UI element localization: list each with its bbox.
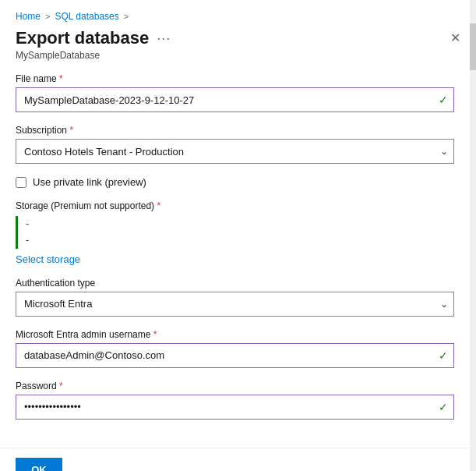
password-input-wrapper: ✓ <box>16 395 454 420</box>
auth-type-group: Authentication type ⌄ <box>16 278 454 317</box>
page-title: Export database <box>16 28 149 48</box>
password-input[interactable] <box>16 395 454 420</box>
breadcrumb-home[interactable]: Home <box>16 11 41 22</box>
header-left: Export database ··· <box>16 28 171 48</box>
form-content: File name * ✓ Subscription * ⌄ Use priva… <box>0 70 476 448</box>
header-row: Export database ··· ✕ <box>0 28 476 48</box>
auth-type-input-wrapper: ⌄ <box>16 292 454 317</box>
private-link-label: Use private link (preview) <box>33 176 146 188</box>
admin-username-input[interactable] <box>16 343 454 368</box>
admin-username-group: Microsoft Entra admin username * ✓ <box>16 329 454 368</box>
export-database-panel: Home > SQL databases > Export database ·… <box>0 0 476 471</box>
file-name-check-icon: ✓ <box>439 94 448 106</box>
more-options-icon[interactable]: ··· <box>157 30 171 47</box>
password-label: Password * <box>16 381 454 391</box>
footer: OK <box>0 448 476 471</box>
breadcrumb-sql-databases[interactable]: SQL databases <box>55 11 118 22</box>
storage-values: - - <box>16 216 454 249</box>
auth-type-label: Authentication type <box>16 278 454 289</box>
auth-type-input[interactable] <box>16 292 454 317</box>
breadcrumb-sep1: > <box>45 12 50 21</box>
page-subtitle: MySampleDatabase <box>0 48 476 70</box>
close-icon[interactable]: ✕ <box>450 32 460 44</box>
storage-dash-2: - <box>24 232 454 249</box>
scrollbar-thumb[interactable] <box>470 23 476 70</box>
password-check-icon: ✓ <box>439 401 448 413</box>
private-link-checkbox[interactable] <box>16 177 26 188</box>
storage-group: Storage (Premium not supported) * - - Se… <box>16 200 454 265</box>
breadcrumb: Home > SQL databases > <box>0 0 476 28</box>
file-name-label: File name * <box>16 73 454 84</box>
storage-dash-1: - <box>24 216 454 232</box>
select-storage-link[interactable]: Select storage <box>16 253 80 265</box>
subscription-input[interactable] <box>16 139 454 164</box>
breadcrumb-sep2: > <box>124 12 129 21</box>
ok-button[interactable]: OK <box>16 458 62 471</box>
file-name-input-wrapper: ✓ <box>16 87 454 112</box>
subscription-input-wrapper: ⌄ <box>16 139 454 164</box>
subscription-label: Subscription * <box>16 125 454 136</box>
admin-username-check-icon: ✓ <box>439 349 448 362</box>
private-link-row: Use private link (preview) <box>16 176 454 188</box>
file-name-input[interactable] <box>16 87 454 112</box>
admin-username-input-wrapper: ✓ <box>16 343 454 368</box>
admin-username-label: Microsoft Entra admin username * <box>16 329 454 340</box>
scrollbar[interactable] <box>470 0 476 471</box>
password-group: Password * ✓ <box>16 381 454 420</box>
file-name-group: File name * ✓ <box>16 73 454 112</box>
subscription-group: Subscription * ⌄ <box>16 125 454 164</box>
storage-label: Storage (Premium not supported) * <box>16 200 454 211</box>
